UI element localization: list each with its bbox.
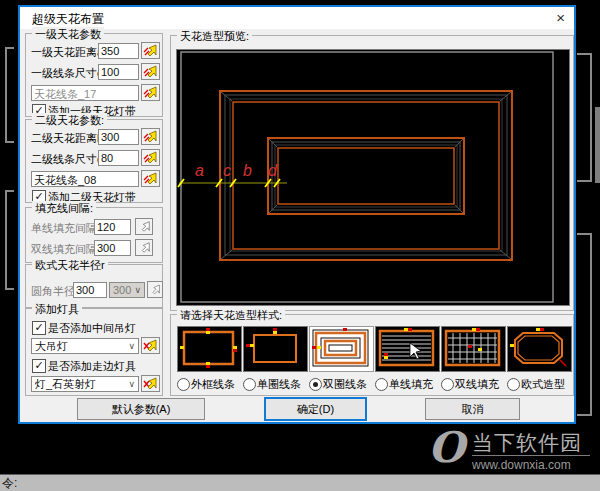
group-title: 请选择天花造型样式: xyxy=(177,308,285,323)
chevron-down-icon: ∨ xyxy=(128,342,135,351)
field-label: 单线填充间隔e xyxy=(31,221,103,236)
center-lamp-combo[interactable]: 大吊灯 ∨ xyxy=(31,338,139,354)
pick-button[interactable] xyxy=(141,63,160,80)
field-label: 二级线条尺寸d xyxy=(31,152,103,167)
group-ceiling-preview: 天花造型预览: a xyxy=(170,35,574,311)
corner-radius-input[interactable] xyxy=(73,282,107,298)
group-title: 欧式天花半径r xyxy=(32,258,108,273)
watermark-url: www.downxia.com xyxy=(472,458,571,472)
pick-button-disabled xyxy=(135,239,153,256)
level1-size-input[interactable] xyxy=(98,64,139,80)
title-bar[interactable]: 超级天花布置 × xyxy=(20,7,574,29)
group-title: 天花造型预览: xyxy=(177,29,252,44)
field-label: 圆角半径r xyxy=(31,284,79,299)
pick-button[interactable] xyxy=(141,149,160,166)
thumb-drawing xyxy=(310,327,371,369)
radio-label: 欧式造型 xyxy=(521,377,565,392)
pick-cursor-icon xyxy=(143,339,158,352)
radio-european[interactable] xyxy=(507,378,520,391)
group-title: 二级天花参数: xyxy=(32,113,107,128)
style-thumb-single-fill[interactable] xyxy=(375,326,440,372)
preview-canvas: a c b d xyxy=(176,49,570,306)
pick-button[interactable] xyxy=(141,170,160,187)
combo-value: 大吊灯 xyxy=(35,339,68,354)
watermark-divider xyxy=(472,455,590,456)
group-title: 填充线间隔: xyxy=(32,201,96,216)
dialog-title: 超级天花布置 xyxy=(32,11,104,28)
pick-button[interactable] xyxy=(141,42,160,59)
level2-line-style-box[interactable]: 天花线条_08 xyxy=(31,171,139,187)
radio-label: 双圈线条 xyxy=(323,377,367,392)
pick-cursor-icon xyxy=(149,283,161,296)
pick-button-disabled xyxy=(147,281,163,298)
center-lamp-checkbox[interactable]: ✓ xyxy=(32,321,46,335)
chevron-down-icon: ∨ xyxy=(134,286,141,295)
background-panel-bracket xyxy=(5,190,14,290)
dim-label-b: b xyxy=(243,162,252,179)
thumb-drawing xyxy=(508,327,569,369)
background-panel-bracket xyxy=(5,47,14,143)
corner-radius-dropdown: 300 ∨ xyxy=(109,282,145,298)
edge-light-combo[interactable]: 灯_石英射灯 ∨ xyxy=(31,376,139,392)
level1-distance-input[interactable] xyxy=(98,43,139,59)
radio-single-loop[interactable] xyxy=(243,378,256,391)
pick-cursor-icon xyxy=(143,172,158,185)
super-ceiling-dialog: 超级天花布置 × 一级天花参数 一级天花距离a 一级线条尺寸c 天花线条_17 xyxy=(18,5,576,424)
mouse-cursor-icon xyxy=(410,343,421,359)
style-thumb-double-loop-selected[interactable] xyxy=(309,326,374,372)
background-panel-bracket xyxy=(577,53,592,182)
checkbox-label: 是否添加中间吊灯 xyxy=(48,321,136,336)
edge-light-checkbox[interactable]: ✓ xyxy=(32,359,46,373)
downxia-logo-icon: O xyxy=(428,423,465,472)
ok-button[interactable]: 确定(D) xyxy=(264,397,367,421)
pick-cursor-icon xyxy=(138,241,151,254)
thumb-drawing xyxy=(244,327,305,369)
radio-single-fill[interactable] xyxy=(375,378,388,391)
checkbox-label: 是否添加走边灯具 xyxy=(48,359,136,374)
radio-frame-line[interactable] xyxy=(177,378,190,391)
pick-button[interactable] xyxy=(141,337,160,354)
level2-distance-input[interactable] xyxy=(98,129,139,145)
pick-cursor-icon xyxy=(143,65,158,78)
thumb-drawing xyxy=(178,327,239,369)
level1-line-style-box[interactable]: 天花线条_17 xyxy=(31,85,139,101)
combo-value: 灯_石英射灯 xyxy=(35,377,96,392)
single-fill-gap-input[interactable] xyxy=(94,219,131,235)
group-title: 添加灯具 xyxy=(32,302,82,317)
dim-label-a: a xyxy=(195,162,204,179)
close-icon[interactable]: × xyxy=(556,9,565,27)
dropdown-value: 300 xyxy=(113,284,131,296)
pick-button[interactable] xyxy=(141,375,160,392)
default-params-button[interactable]: 默认参数(A) xyxy=(77,398,205,420)
thumb-drawing xyxy=(376,327,437,369)
watermark: O 当下软件园 www.downxia.com xyxy=(428,427,598,473)
field-label: 双线填充间隔f xyxy=(31,242,100,257)
dim-label-d: d xyxy=(268,162,278,179)
field-label: 一级天花距离a xyxy=(31,45,103,60)
radio-double-loop[interactable] xyxy=(309,378,322,391)
group-fill-spacing: 填充线间隔: 单线填充间隔e 双线填充间隔f xyxy=(25,207,163,263)
style-thumb-single-loop[interactable] xyxy=(243,326,308,372)
radio-label: 外框线条 xyxy=(191,377,235,392)
radio-double-fill[interactable] xyxy=(441,378,454,391)
style-thumb-european[interactable] xyxy=(507,326,572,372)
thumb-drawing xyxy=(442,327,503,369)
pick-button[interactable] xyxy=(141,128,160,145)
group-level1-params: 一级天花参数 一级天花距离a 一级线条尺寸c 天花线条_17 ✓ 添加一级天花灯… xyxy=(25,33,163,117)
pick-cursor-icon xyxy=(143,44,158,57)
field-label: 二级天花距离b xyxy=(31,131,103,146)
pick-button[interactable] xyxy=(141,84,160,101)
radio-label: 双线填充 xyxy=(455,377,499,392)
cancel-button[interactable]: 取消 xyxy=(425,398,520,420)
double-fill-gap-input[interactable] xyxy=(94,240,131,256)
pick-button-disabled xyxy=(135,218,153,235)
watermark-site-name: 当下软件园 xyxy=(472,429,582,457)
group-level2-params: 二级天花参数: 二级天花距离b 二级线条尺寸d 天花线条_08 ✓ 添加二级天花… xyxy=(25,119,163,203)
radio-label: 单线填充 xyxy=(389,377,433,392)
style-thumb-double-fill[interactable] xyxy=(441,326,506,372)
command-bar[interactable]: 令: xyxy=(0,474,600,491)
style-thumb-frame-line[interactable] xyxy=(177,326,242,372)
level2-size-input[interactable] xyxy=(98,150,139,166)
group-style-selector: 请选择天花造型样式: xyxy=(170,314,574,396)
radio-label: 单圈线条 xyxy=(257,377,301,392)
